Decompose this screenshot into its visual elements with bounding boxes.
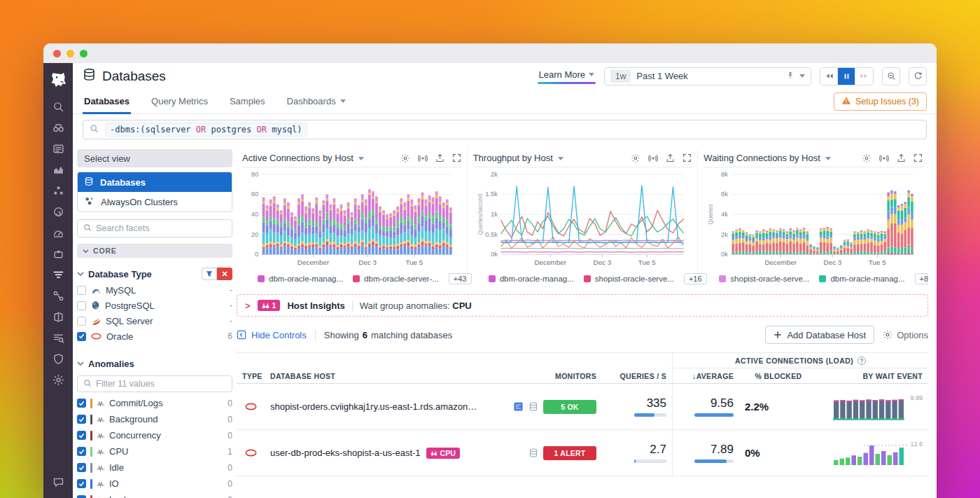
- settings-gear-icon[interactable]: [400, 153, 410, 163]
- query-search-bar[interactable]: -dbms:(sqlserver OR postgres OR mysql): [83, 120, 927, 139]
- core-section-header[interactable]: CORE: [77, 244, 232, 258]
- tab-query-metrics[interactable]: Query Metrics: [150, 96, 209, 113]
- anomaly-filter-input[interactable]: [96, 379, 226, 389]
- checkbox[interactable]: [77, 286, 86, 295]
- dashboard-icon[interactable]: [513, 401, 524, 412]
- database-icon[interactable]: [528, 448, 538, 458]
- legend-item[interactable]: dbm-oracle-manag...: [819, 275, 904, 283]
- column-header-queries-s[interactable]: QUERIES / S: [602, 372, 672, 380]
- facet-item-mysql[interactable]: MySQL-: [77, 282, 232, 298]
- chart-plot[interactable]: 0k2k4k6k8kDecemberDec 3Tue 5Queries: [704, 167, 923, 271]
- monitor-status-badge[interactable]: 5 OK: [543, 400, 596, 414]
- chart-title[interactable]: Waiting Connections by Host: [704, 153, 820, 163]
- settings-gear-icon[interactable]: [631, 153, 640, 163]
- monitor-status-badge[interactable]: 1 ALERT: [543, 446, 596, 460]
- tab-databases[interactable]: Databases: [83, 96, 131, 113]
- fullscreen-icon[interactable]: [682, 153, 692, 162]
- settings-gear-icon[interactable]: [862, 153, 872, 163]
- expand-chevron-icon[interactable]: >: [245, 300, 251, 311]
- settings-icon[interactable]: [43, 369, 73, 390]
- minimize-button[interactable]: [66, 50, 74, 57]
- view-option-alwayson-clusters[interactable]: AlwaysOn Clusters: [78, 192, 232, 212]
- zoom-button[interactable]: [80, 50, 88, 57]
- anomalies-header[interactable]: Anomalies: [77, 355, 232, 372]
- add-database-host-button[interactable]: Add Database Host: [765, 326, 874, 344]
- host-insights-banner[interactable]: > 1 Host Insights Wait group anomalies: …: [237, 294, 928, 317]
- checkbox[interactable]: [77, 415, 86, 424]
- legend-item[interactable]: shopist-oracle-serve...: [719, 275, 809, 283]
- service-map-icon[interactable]: [43, 285, 73, 306]
- forecast-icon[interactable]: [879, 153, 889, 163]
- fullscreen-icon[interactable]: [913, 153, 923, 162]
- forecast-icon[interactable]: [418, 153, 428, 163]
- export-icon[interactable]: [435, 153, 444, 163]
- database-host-link[interactable]: user-db-prod-eks-shopist-a-us-east-1: [270, 448, 421, 458]
- column-header--blocked[interactable]: % BLOCKED: [749, 372, 807, 380]
- log-pipelines-icon[interactable]: [43, 327, 73, 348]
- database-monitoring-icon[interactable]: [43, 264, 73, 285]
- help-icon[interactable]: ?: [858, 357, 866, 365]
- notebooks-icon[interactable]: [43, 306, 73, 327]
- legend-item[interactable]: dbm-oracle-manag...: [489, 275, 574, 283]
- checkbox[interactable]: [77, 301, 86, 310]
- anomaly-item-concurrency[interactable]: Concurrency0: [77, 427, 232, 443]
- export-icon[interactable]: [897, 153, 906, 163]
- legend-overflow-badge[interactable]: +8: [915, 273, 928, 284]
- filter-icon[interactable]: [202, 268, 217, 280]
- zoom-out-button[interactable]: [882, 67, 900, 85]
- logs-icon[interactable]: [43, 138, 73, 159]
- checkbox[interactable]: [77, 463, 86, 472]
- table-row[interactable]: user-db-prod-eks-shopist-a-us-east-1CPU1…: [237, 430, 928, 476]
- hide-controls-button[interactable]: Hide Controls: [237, 330, 307, 340]
- facet-item-oracle[interactable]: Oracle6: [77, 328, 232, 344]
- pin-icon[interactable]: [786, 71, 794, 82]
- checkbox[interactable]: [77, 431, 86, 440]
- chevron-down-icon[interactable]: [358, 157, 364, 160]
- database-host-link[interactable]: shopist-orders.cviighkaj1ry.us-east-1.rd…: [270, 401, 477, 412]
- tab-dashboards[interactable]: Dashboards: [286, 96, 347, 113]
- legend-item[interactable]: dbm-oracle-manag...: [258, 275, 343, 283]
- column-header-type[interactable]: TYPE: [237, 372, 265, 380]
- checkbox[interactable]: [77, 399, 86, 408]
- checkbox[interactable]: [77, 479, 86, 488]
- refresh-button[interactable]: [909, 67, 927, 85]
- chevron-down-icon[interactable]: [825, 157, 831, 160]
- anomaly-item-idle[interactable]: Idle0: [77, 459, 232, 476]
- anomaly-cpu-badge[interactable]: CPU: [426, 448, 460, 459]
- database-type-header[interactable]: Database Type ✕: [77, 265, 232, 282]
- chart-title[interactable]: Active Connections by Host: [242, 153, 354, 163]
- clear-filter-button[interactable]: ✕: [217, 268, 232, 280]
- help-chat-icon[interactable]: [43, 471, 73, 492]
- forecast-icon[interactable]: [648, 153, 658, 163]
- options-button[interactable]: Options: [883, 330, 928, 340]
- learn-more-button[interactable]: Learn More: [538, 68, 596, 84]
- processes-icon[interactable]: [43, 180, 73, 201]
- watchdog-icon[interactable]: [43, 117, 73, 138]
- fullscreen-icon[interactable]: [452, 153, 461, 162]
- tab-samples[interactable]: Samples: [228, 96, 267, 113]
- database-icon[interactable]: [528, 401, 538, 412]
- anomaly-item-io[interactable]: IO0: [77, 476, 232, 492]
- column-header-by-wait-event[interactable]: BY WAIT EVENT: [818, 372, 928, 380]
- apm-icon[interactable]: [43, 201, 73, 222]
- search-icon[interactable]: [43, 96, 73, 117]
- setup-issues-button[interactable]: Setup Issues (3): [834, 92, 927, 111]
- table-row[interactable]: shopist-orders.cviighkaj1ry.us-east-1.rd…: [237, 384, 928, 430]
- select-view-header[interactable]: Select view: [77, 149, 232, 167]
- checkbox[interactable]: [77, 332, 86, 341]
- column-header-monitors[interactable]: MONITORS: [483, 372, 602, 380]
- dashboards-icon[interactable]: [43, 222, 73, 243]
- view-option-databases[interactable]: Databases: [78, 172, 232, 192]
- pause-button[interactable]: [838, 68, 855, 85]
- checkbox[interactable]: [77, 317, 86, 326]
- security-icon[interactable]: [43, 348, 73, 369]
- close-button[interactable]: [53, 50, 61, 57]
- time-forward-button[interactable]: [855, 68, 873, 85]
- checkbox[interactable]: [77, 495, 86, 498]
- chart-title[interactable]: Throughput by Host: [473, 153, 553, 163]
- checkbox[interactable]: [77, 447, 86, 456]
- export-icon[interactable]: [666, 153, 675, 163]
- chart-plot[interactable]: 0k0.5k1k1.5k2kDecemberDec 3Tue 5Queries/…: [473, 167, 692, 271]
- chevron-down-icon[interactable]: [799, 74, 805, 78]
- anomaly-item-lock[interactable]: Lock0: [77, 492, 232, 498]
